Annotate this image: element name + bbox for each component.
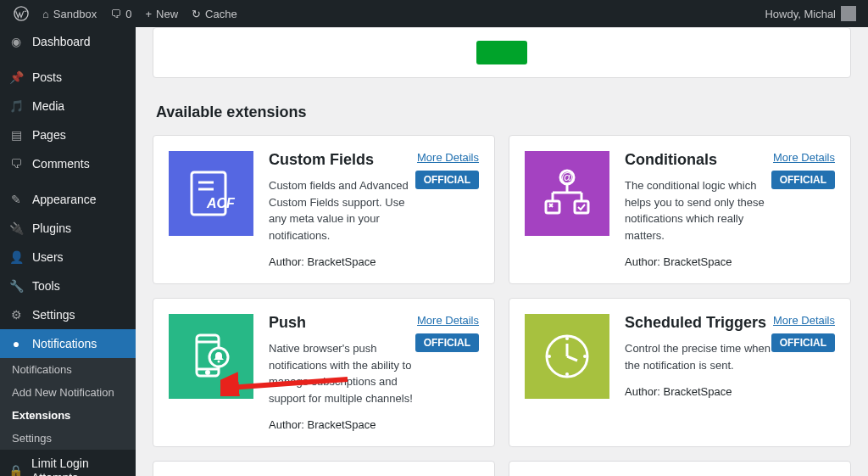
more-details-link[interactable]: More Details	[415, 151, 479, 164]
sidebar-item-label: Settings	[32, 308, 75, 322]
sidebar-item-settings[interactable]: ⚙Settings	[0, 300, 136, 329]
sidebar-item-pages[interactable]: ▤Pages	[0, 120, 136, 149]
official-badge: OFFICIAL	[415, 171, 479, 189]
extension-description: Custom fields and Advanced Custom Fields…	[269, 177, 415, 244]
extension-card: Subscriptions Create multiple subscripti…	[153, 461, 495, 476]
submenu-add-new[interactable]: Add New Notification	[0, 381, 136, 404]
extension-card: ACF Custom Fields Custom fields and Adva…	[153, 135, 495, 284]
avatar	[841, 6, 856, 21]
submenu-notifications[interactable]: Notifications	[0, 358, 136, 381]
media-icon: 🎵	[8, 98, 24, 114]
svg-point-22	[565, 337, 569, 340]
svg-text:@: @	[561, 171, 573, 184]
sidebar-item-label: Dashboard	[32, 35, 91, 48]
extension-author: Author: BracketSpace	[269, 418, 415, 431]
more-details-link[interactable]: More Details	[771, 151, 835, 164]
sidebar-item-label: Comments	[32, 157, 90, 171]
extension-card: Scheduled Triggers Control the precise t…	[509, 298, 851, 447]
extension-card: @ Conditionals The conditional logic whi…	[509, 135, 851, 284]
admin-toolbar: ⌂ Sandbox 🗨 0 + New ↻ Cache Howdy, Micha…	[0, 0, 868, 27]
lock-icon: 🔒	[8, 463, 23, 476]
svg-point-25	[548, 355, 551, 358]
extension-title: Scheduled Triggers	[625, 314, 771, 332]
extension-icon	[169, 314, 253, 399]
sidebar-item-label: Pages	[32, 128, 66, 142]
extension-icon: @	[525, 151, 609, 236]
sidebar-item-dashboard[interactable]: ◉Dashboard	[0, 27, 136, 56]
extension-title: Conditionals	[625, 151, 771, 169]
extension-description: The conditional logic which helps you to…	[625, 177, 771, 244]
site-name: Sandbox	[53, 8, 97, 20]
official-badge: OFFICIAL	[415, 333, 479, 352]
pin-icon: 📌	[8, 70, 24, 85]
extension-author: Author: BracketSpace	[625, 255, 771, 268]
tool-icon: 🔧	[8, 278, 24, 294]
svg-point-24	[565, 372, 569, 376]
extension-icon: ACF	[169, 151, 253, 236]
cache-link[interactable]: ↻ Cache	[185, 0, 244, 27]
home-icon: ⌂	[42, 8, 49, 20]
top-banner	[153, 27, 851, 78]
sidebar-item-users[interactable]: 👤Users	[0, 243, 136, 272]
svg-line-21	[567, 356, 577, 361]
sidebar-item-posts[interactable]: 📌Posts	[0, 63, 136, 92]
gear-icon: ⚙	[8, 307, 24, 322]
page-icon: ▤	[8, 127, 24, 143]
sidebar-item-notifications[interactable]: ●Notifications	[0, 329, 136, 358]
dashboard-icon: ◉	[8, 34, 24, 49]
extension-author: Author: BracketSpace	[269, 255, 415, 268]
sidebar-item-label: Notifications	[32, 337, 97, 350]
account-link[interactable]: Howdy, Michal	[765, 6, 861, 21]
extension-description: Control the precise time when the notifi…	[625, 340, 771, 373]
official-badge: OFFICIAL	[771, 171, 835, 189]
sidebar-item-label: Limit Login Attempts	[31, 456, 127, 476]
sidebar-item-label: Tools	[32, 279, 60, 293]
banner-button[interactable]	[476, 41, 527, 64]
sidebar-item-label: Posts	[32, 70, 62, 84]
more-details-link[interactable]: More Details	[415, 314, 479, 327]
svg-rect-12	[575, 201, 588, 213]
extension-card: Push Native browser's push notifications…	[153, 298, 495, 447]
sidebar-item-appearance[interactable]: ✎Appearance	[0, 185, 136, 214]
official-badge: OFFICIAL	[771, 333, 835, 352]
svg-text:ACF: ACF	[206, 196, 236, 210]
main-content: Available extensions ACF Custom Fields C…	[136, 27, 868, 476]
sidebar-item-plugins[interactable]: 🔌Plugins	[0, 214, 136, 243]
svg-point-18	[218, 361, 220, 363]
section-title: Available extensions	[156, 104, 851, 121]
sidebar-item-label: Users	[32, 250, 64, 264]
plugin-icon: 🔌	[8, 221, 24, 236]
site-link[interactable]: ⌂ Sandbox	[36, 0, 103, 27]
new-label: New	[156, 8, 178, 20]
extension-author: Author: BracketSpace	[625, 385, 771, 398]
sidebar-item-label: Media	[32, 99, 64, 113]
admin-sidebar: ◉Dashboard 📌Posts 🎵Media ▤Pages 🗨Comment…	[0, 27, 136, 476]
comments-count: 0	[125, 8, 131, 20]
sidebar-item-comments[interactable]: 🗨Comments	[0, 149, 136, 178]
comment-icon: 🗨	[110, 8, 121, 20]
more-details-link[interactable]: More Details	[771, 314, 835, 327]
sidebar-item-label: Plugins	[32, 221, 71, 235]
comments-link[interactable]: 🗨 0	[103, 0, 138, 27]
extension-title: Custom Fields	[269, 151, 415, 169]
sidebar-item-label: Appearance	[32, 193, 97, 206]
bell-icon: ●	[8, 336, 24, 351]
sidebar-item-limit-login[interactable]: 🔒Limit Login Attempts	[0, 450, 136, 476]
submenu-settings[interactable]: Settings	[0, 427, 136, 450]
howdy-text: Howdy, Michal	[765, 8, 836, 20]
new-link[interactable]: + New	[138, 0, 185, 27]
sidebar-item-media[interactable]: 🎵Media	[0, 92, 136, 120]
brush-icon: ✎	[8, 192, 24, 207]
refresh-icon: ↻	[192, 8, 201, 20]
svg-point-23	[583, 355, 587, 358]
wp-logo[interactable]	[7, 0, 36, 27]
cache-label: Cache	[205, 8, 237, 20]
submenu-extensions[interactable]: Extensions	[0, 404, 136, 427]
svg-point-16	[207, 372, 209, 374]
extension-description: Native browser's push notifications with…	[269, 340, 415, 406]
plus-icon: +	[145, 8, 152, 20]
sidebar-item-tools[interactable]: 🔧Tools	[0, 272, 136, 300]
extension-title: Push	[269, 314, 415, 332]
extension-icon	[525, 314, 609, 399]
extension-card: ✱zapier Zapier Integrate your notificati…	[509, 461, 851, 476]
